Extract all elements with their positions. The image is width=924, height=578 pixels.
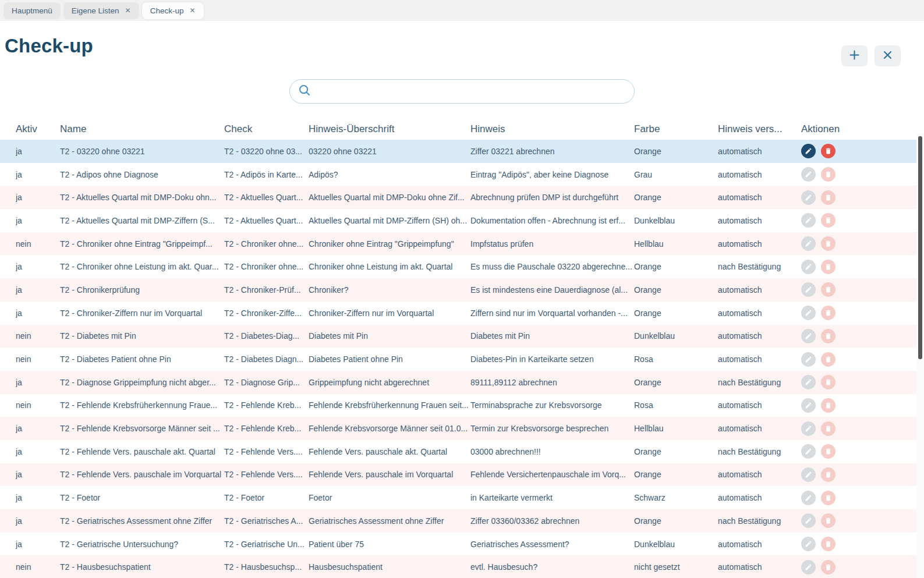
delete-button[interactable] (821, 537, 836, 551)
edit-button[interactable] (801, 560, 816, 575)
edit-button[interactable] (801, 398, 816, 413)
cell-hinweis-versand: automatisch (718, 239, 801, 249)
cell-hinweis-versand: automatisch (718, 354, 801, 364)
column-header-farbe: Farbe (634, 123, 718, 135)
table-row[interactable]: ja T2 - Foetor T2 - Foetor Foetor in Kar… (0, 486, 924, 509)
edit-button[interactable] (801, 190, 816, 205)
table-row[interactable]: ja T2 - Chronikerprüfung T2 - Chroniker-… (0, 278, 924, 302)
cell-hinweis-ueberschrift: Fehlende Vers. pauschale im Vorquartal (309, 470, 470, 479)
cell-aktiv: ja (16, 308, 60, 318)
cell-farbe: Orange (634, 193, 718, 202)
cell-hinweis: 89111,89112 abrechnen (470, 378, 634, 387)
vertical-scrollbar[interactable] (916, 133, 924, 578)
delete-button[interactable] (821, 352, 836, 367)
edit-button[interactable] (801, 236, 816, 251)
table-row[interactable]: ja T2 - Geriatrisches Assessment ohne Zi… (0, 509, 924, 533)
cell-aktiv: ja (16, 170, 60, 179)
delete-button[interactable] (821, 213, 836, 228)
edit-button[interactable] (801, 282, 816, 297)
cell-aktiv: ja (16, 285, 60, 295)
cell-aktiv: ja (16, 424, 60, 433)
pencil-icon (805, 540, 812, 548)
delete-button[interactable] (821, 260, 836, 274)
table-row[interactable]: ja T2 - Diagnose Grippeimpfung nicht abg… (0, 371, 924, 394)
cell-farbe: Dunkelblau (634, 331, 718, 341)
search-box[interactable] (289, 79, 635, 104)
table-row[interactable]: ja T2 - 03220 ohne 03221 T2 - 03220 ohne… (0, 140, 924, 163)
cell-hinweis-ueberschrift: Fehlende Krebsfrüherkennung Frauen seit.… (309, 400, 470, 410)
delete-button[interactable] (821, 513, 836, 528)
close-page-button[interactable] (875, 45, 901, 66)
tab-eigene-listen[interactable]: Eigene Listen ✕ (63, 2, 139, 19)
page-header: Check-up (0, 21, 924, 66)
cell-hinweis: Ziffer 03360/03362 abrechnen (470, 516, 634, 526)
edit-button[interactable] (801, 144, 816, 158)
table-row[interactable]: ja T2 - Geriatrische Untersuchung? T2 - … (0, 533, 924, 556)
cell-hinweis: Termin zur Krebsvorsorge besprechen (470, 424, 634, 433)
edit-button[interactable] (801, 375, 816, 389)
cell-aktiv: nein (16, 400, 60, 410)
pencil-icon (805, 171, 812, 178)
table-row[interactable]: nein T2 - Diabetes mit Pin T2 - Diabetes… (0, 325, 924, 348)
edit-button[interactable] (801, 467, 816, 482)
cell-check: T2 - Diabetes-Diag... (224, 331, 309, 341)
delete-button[interactable] (821, 190, 836, 205)
trash-icon (824, 540, 832, 548)
table-row[interactable]: nein T2 - Chroniker ohne Eintrag "Grippe… (0, 232, 924, 256)
cell-name: T2 - Adipos ohne Diagnose (60, 170, 224, 179)
table-row[interactable]: nein T2 - Hausbesuchspatient T2 - Hausbe… (0, 555, 924, 578)
delete-button[interactable] (821, 144, 836, 158)
scrollbar-thumb[interactable] (918, 136, 922, 359)
trash-icon (824, 309, 832, 317)
edit-button[interactable] (801, 444, 816, 459)
cell-hinweis: in Karteikarte vermerkt (470, 493, 634, 502)
table-row[interactable]: ja T2 - Fehlende Krebsvorsorge Männer se… (0, 417, 924, 440)
edit-button[interactable] (801, 513, 816, 528)
add-button[interactable] (841, 45, 868, 66)
delete-button[interactable] (821, 421, 836, 436)
delete-button[interactable] (821, 236, 836, 251)
tab-close-icon[interactable]: ✕ (125, 7, 131, 14)
trash-icon (824, 494, 832, 502)
table-row[interactable]: ja T2 - Aktuelles Quartal mit DMP-Doku o… (0, 186, 924, 209)
edit-button[interactable] (801, 260, 816, 274)
delete-button[interactable] (821, 491, 836, 505)
delete-button[interactable] (821, 167, 836, 182)
pencil-icon (805, 356, 812, 363)
tab-hauptmenu[interactable]: Hauptmenü (3, 2, 61, 19)
cell-aktiv: nein (16, 562, 60, 572)
edit-button[interactable] (801, 329, 816, 343)
cell-aktionen (801, 260, 924, 274)
search-input[interactable] (317, 87, 628, 97)
delete-button[interactable] (821, 398, 836, 413)
table-row[interactable]: ja T2 - Chroniker ohne Leistung im akt. … (0, 255, 924, 278)
delete-button[interactable] (821, 306, 836, 320)
table-row[interactable]: ja T2 - Adipos ohne Diagnose T2 - Adipös… (0, 163, 924, 186)
table-row[interactable]: ja T2 - Fehlende Vers. pauschale akt. Qu… (0, 440, 924, 463)
edit-button[interactable] (801, 491, 816, 505)
delete-button[interactable] (821, 444, 836, 459)
edit-button[interactable] (801, 213, 816, 228)
cell-aktiv: ja (16, 193, 60, 202)
tab-check-up[interactable]: Check-up ✕ (142, 2, 204, 19)
edit-button[interactable] (801, 537, 816, 551)
table-row[interactable]: ja T2 - Fehlende Vers. pauschale im Vorq… (0, 463, 924, 487)
tab-close-icon[interactable]: ✕ (189, 7, 195, 14)
cell-hinweis-ueberschrift: 03220 ohne 03221 (309, 147, 470, 156)
table-row[interactable]: nein T2 - Diabetes Patient ohne Pin T2 -… (0, 347, 924, 371)
edit-button[interactable] (801, 352, 816, 367)
header-actions (841, 45, 901, 66)
table-row[interactable]: nein T2 - Fehlende Krebsfrüherkennung Fr… (0, 394, 924, 417)
delete-button[interactable] (821, 329, 836, 343)
delete-button[interactable] (821, 375, 836, 389)
edit-button[interactable] (801, 306, 816, 320)
delete-button[interactable] (821, 282, 836, 297)
cell-check: T2 - Geriatrische Un... (224, 540, 309, 549)
edit-button[interactable] (801, 421, 816, 436)
table-row[interactable]: ja T2 - Chroniker-Ziffern nur im Vorquar… (0, 302, 924, 325)
table-row[interactable]: ja T2 - Aktuelles Quartal mit DMP-Ziffer… (0, 209, 924, 232)
column-header-aktionen: Aktionen (801, 123, 924, 135)
delete-button[interactable] (821, 560, 836, 575)
edit-button[interactable] (801, 167, 816, 182)
delete-button[interactable] (821, 467, 836, 482)
